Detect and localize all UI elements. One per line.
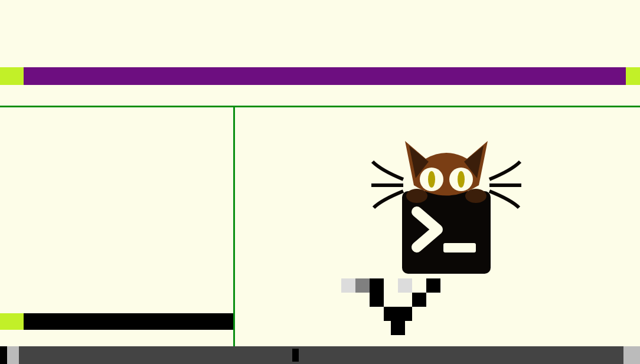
svg-point-7 <box>465 189 486 203</box>
mode-indicator <box>0 313 24 330</box>
mode-indicator <box>0 67 24 85</box>
cursor-block-icon <box>292 349 299 362</box>
tmux-statusline <box>0 346 640 364</box>
tmux-clock <box>623 346 640 364</box>
help-pane[interactable] <box>0 107 235 346</box>
svg-rect-1 <box>443 243 476 252</box>
svg-point-5 <box>458 171 465 188</box>
terminal-screen <box>0 0 640 364</box>
cmdline-left <box>0 330 233 346</box>
cursor-position <box>626 67 640 85</box>
image-area <box>235 107 640 330</box>
statusline-help <box>0 313 233 330</box>
svg-point-4 <box>428 171 435 188</box>
statusline-top <box>0 67 640 85</box>
vim-logo-pixel-icon <box>341 278 459 337</box>
tmux-session[interactable] <box>0 346 7 364</box>
kitty-logo-icon <box>349 114 526 280</box>
bottom-split <box>0 107 640 346</box>
image-pane[interactable] <box>235 107 640 346</box>
svg-rect-0 <box>402 191 491 274</box>
svg-point-6 <box>406 189 427 203</box>
window-separator <box>0 85 640 107</box>
top-editor[interactable] <box>0 0 640 67</box>
tmux-window[interactable] <box>7 346 19 364</box>
